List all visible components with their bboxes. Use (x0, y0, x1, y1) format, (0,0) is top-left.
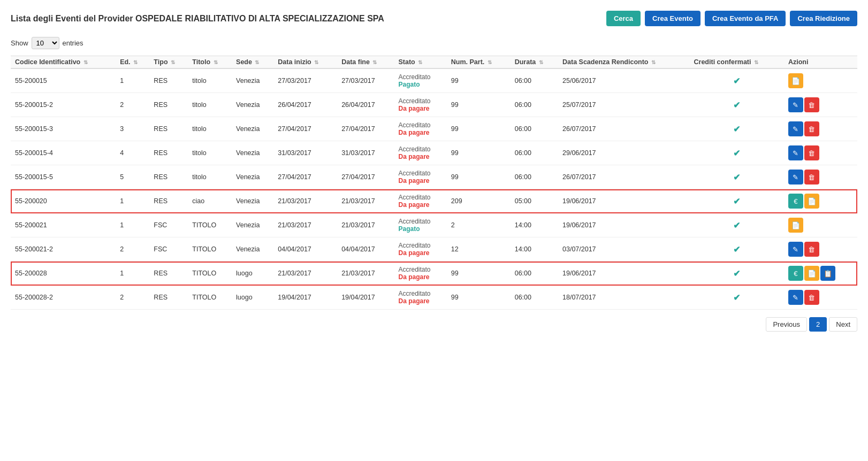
pagination-previous[interactable]: Previous (766, 317, 807, 332)
cell-num-part: 99 (447, 68, 511, 93)
cell-durata: 06:00 (511, 117, 558, 141)
check-icon: ✔ (733, 76, 740, 86)
col-tipo[interactable]: Tipo ⇅ (149, 56, 188, 69)
stato-accreditato: Accreditato (399, 97, 431, 105)
cell-ed: 4 (116, 141, 149, 165)
delete-button[interactable]: 🗑 (804, 121, 819, 136)
stato-value: Da pagare (399, 105, 430, 112)
euro-button[interactable]: € (788, 194, 803, 209)
doc-button[interactable]: 📄 (804, 194, 819, 209)
doc-button[interactable]: 📄 (804, 266, 819, 281)
cell-num-part: 99 (447, 93, 511, 117)
cell-tipo: RES (149, 141, 188, 165)
pagination-row: Previous 2 Next (11, 317, 857, 332)
cell-data-inizio: 19/04/2017 (273, 286, 337, 310)
cell-num-part: 12 (447, 237, 511, 262)
cell-ed: 2 (116, 93, 149, 117)
edit-button[interactable]: ✎ (788, 121, 803, 136)
cell-codice: 55-200028-2 (11, 286, 116, 310)
table-row: 55-200021-22FSCTITOLOVenezia04/04/201704… (11, 237, 857, 262)
cell-tipo: FSC (149, 237, 188, 262)
cell-azioni: ✎🗑 (784, 237, 857, 262)
header-buttons: Cerca Crea Evento Crea Evento da PFA Cre… (606, 11, 857, 26)
entries-select[interactable]: 5102550100 (32, 37, 59, 49)
cell-crediti: ✔ (690, 93, 784, 117)
cell-data-fine: 31/03/2017 (337, 141, 394, 165)
table-row: 55-200015-55REStitoloVenezia27/04/201727… (11, 165, 857, 189)
cell-ed: 1 (116, 262, 149, 286)
cell-sede: luogo (232, 286, 273, 310)
pagination-next[interactable]: Next (829, 317, 857, 332)
col-num_part[interactable]: Num. Part. ⇅ (447, 56, 511, 69)
cell-sede: Venezia (232, 189, 273, 213)
delete-button[interactable]: 🗑 (804, 97, 819, 112)
cell-azioni: 📄 (784, 213, 857, 237)
cell-sede: Venezia (232, 68, 273, 93)
sort-icon: ⇅ (651, 59, 656, 65)
edit-button[interactable]: ✎ (788, 170, 803, 185)
col-titolo[interactable]: Titolo ⇅ (188, 56, 232, 69)
cell-azioni: ✎🗑 (784, 286, 857, 310)
cerca-button[interactable]: Cerca (606, 11, 641, 26)
cell-data-inizio: 27/03/2017 (273, 68, 337, 93)
cell-codice: 55-200015-5 (11, 165, 116, 189)
table-row: 55-200015-33REStitoloVenezia27/04/201727… (11, 117, 857, 141)
col-azioni[interactable]: Azioni (784, 56, 857, 69)
cell-sede: Venezia (232, 141, 273, 165)
cell-codice: 55-200015-4 (11, 141, 116, 165)
edit-button[interactable]: ✎ (788, 290, 803, 305)
col-sede[interactable]: Sede ⇅ (232, 56, 273, 69)
crea-evento-pfa-button[interactable]: Crea Evento da PFA (705, 11, 786, 26)
doc-button[interactable]: 📄 (788, 73, 803, 88)
col-ed[interactable]: Ed. ⇅ (116, 56, 149, 69)
delete-button[interactable]: 🗑 (804, 290, 819, 305)
delete-button[interactable]: 🗑 (804, 170, 819, 185)
cell-data-scadenza: 19/06/2017 (558, 262, 690, 286)
stato-value: Da pagare (399, 153, 430, 160)
col-data_fine[interactable]: Data fine ⇅ (337, 56, 394, 69)
cell-azioni: ✎🗑 (784, 165, 857, 189)
cell-data-inizio: 21/03/2017 (273, 213, 337, 237)
cell-titolo: TITOLO (188, 237, 232, 262)
page-title: Lista degli Eventi del Provider OSPEDALE… (11, 14, 384, 24)
cell-codice: 55-200021 (11, 213, 116, 237)
cell-stato: AccreditatoDa pagare (394, 237, 447, 262)
stato-accreditato: Accreditato (399, 266, 431, 273)
stato-accreditato: Accreditato (399, 121, 431, 129)
cell-codice: 55-200021-2 (11, 237, 116, 262)
cell-ed: 5 (116, 165, 149, 189)
edit-button[interactable]: ✎ (788, 97, 803, 112)
delete-button[interactable]: 🗑 (804, 145, 819, 160)
cell-num-part: 99 (447, 262, 511, 286)
edit-button[interactable]: ✎ (788, 242, 803, 257)
col-codice[interactable]: Codice Identificativo ⇅ (11, 56, 116, 69)
check-icon: ✔ (733, 245, 740, 254)
crea-riedizione-button[interactable]: Crea Riedizione (790, 11, 857, 26)
table-row: 55-2000211FSCTITOLOVenezia21/03/201721/0… (11, 213, 857, 237)
delete-button[interactable]: 🗑 (804, 242, 819, 257)
col-crediti[interactable]: Crediti confermati ⇅ (690, 56, 784, 69)
col-durata[interactable]: Durata ⇅ (511, 56, 558, 69)
check-icon: ✔ (733, 197, 740, 206)
table-row: 55-2000281RESTITOLOluogo21/03/201721/03/… (11, 262, 857, 286)
cell-sede: Venezia (232, 117, 273, 141)
table-row: 55-200015-22REStitoloVenezia26/04/201726… (11, 93, 857, 117)
crea-evento-button[interactable]: Crea Evento (645, 11, 701, 26)
doc-button[interactable]: 📄 (788, 218, 803, 233)
cell-durata: 14:00 (511, 213, 558, 237)
euro-button[interactable]: € (788, 266, 803, 281)
copy-button[interactable]: 📋 (820, 266, 835, 281)
cell-crediti: ✔ (690, 68, 784, 93)
col-data_inizio[interactable]: Data inizio ⇅ (273, 56, 337, 69)
pagination-page-2[interactable]: 2 (809, 317, 827, 332)
cell-data-inizio: 21/03/2017 (273, 262, 337, 286)
cell-durata: 06:00 (511, 262, 558, 286)
edit-button[interactable]: ✎ (788, 145, 803, 160)
col-data_scadenza[interactable]: Data Scadenza Rendiconto ⇅ (558, 56, 690, 69)
sort-icon: ⇅ (171, 59, 175, 65)
col-stato[interactable]: Stato ⇅ (394, 56, 447, 69)
stato-value: Da pagare (399, 297, 430, 305)
sort-icon: ⇅ (488, 59, 492, 65)
stato-value: Da pagare (399, 201, 430, 209)
cell-data-fine: 27/04/2017 (337, 165, 394, 189)
